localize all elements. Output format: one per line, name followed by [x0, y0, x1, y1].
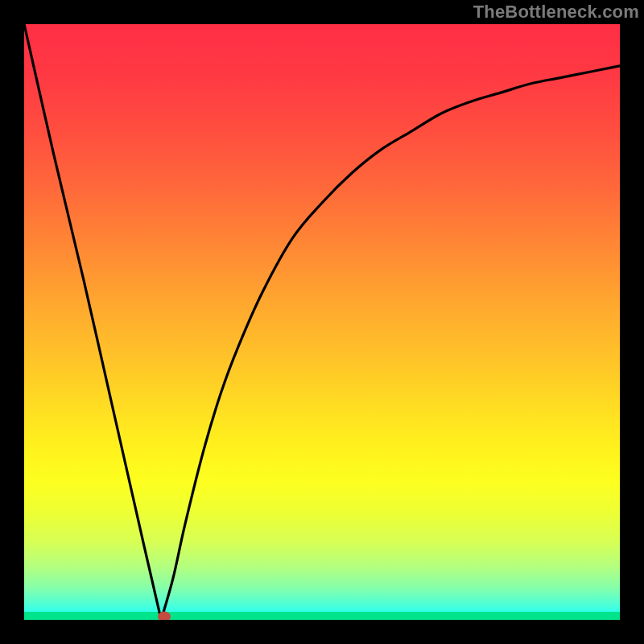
chart-frame: TheBottleneck.com — [0, 0, 644, 644]
bottleneck-curve — [24, 24, 620, 620]
curve-layer — [24, 24, 620, 620]
plot-area — [24, 24, 620, 620]
attribution-label: TheBottleneck.com — [473, 2, 639, 23]
minimum-marker — [158, 611, 171, 620]
